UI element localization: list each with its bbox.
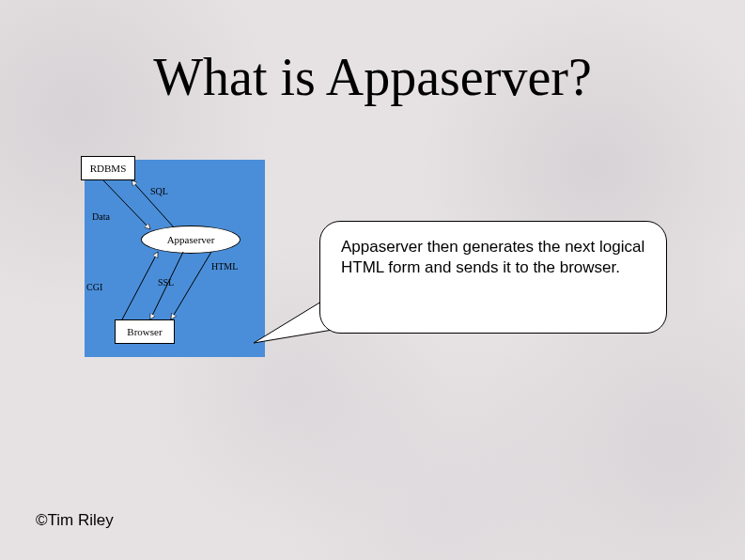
edge-label-data: Data [92, 211, 110, 222]
architecture-diagram: RDBMS Appaserver Browser SQL Data HTML S… [85, 160, 265, 357]
edge-label-ssl: SSL [158, 277, 174, 288]
svg-line-4 [122, 252, 158, 319]
explanation-callout: Appaserver then generates the next logic… [319, 221, 667, 334]
svg-line-2 [171, 252, 211, 319]
svg-line-1 [103, 180, 150, 229]
edge-label-html: HTML [211, 261, 238, 272]
rdbms-box: RDBMS [81, 156, 135, 180]
edge-label-sql: SQL [150, 186, 168, 196]
callout-text: Appaserver then generates the next logic… [341, 238, 644, 276]
copyright-text: ©Tim Riley [36, 511, 114, 530]
edge-label-cgi: CGI [86, 282, 102, 292]
diagram-arrows [85, 160, 265, 357]
slide-title: What is Appaserver? [0, 47, 745, 107]
browser-box: Browser [115, 319, 175, 344]
appaserver-oval: Appaserver [141, 226, 241, 254]
